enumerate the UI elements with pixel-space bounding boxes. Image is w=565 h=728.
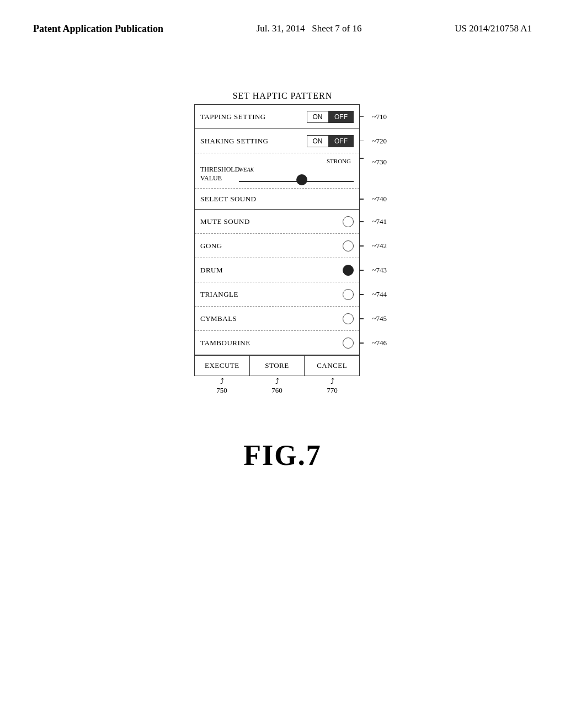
ref-760-container: ⤴ 760 — [249, 377, 305, 395]
publication-label: Patent Application Publication — [33, 22, 163, 36]
drum-ref-tick — [359, 270, 364, 271]
tambourine-ref-tick — [359, 342, 364, 344]
cymbals-ref-tick — [359, 318, 364, 319]
triangle-ref-tick — [359, 294, 364, 295]
tambourine-label: TAMBOURINE — [200, 339, 343, 347]
gong-row: GONG ~742 — [195, 234, 359, 258]
tapping-ref: ~710 — [372, 113, 387, 121]
mute-sound-ref-tick — [359, 221, 364, 222]
gong-label: GONG — [200, 242, 343, 250]
shaking-on-button[interactable]: ON — [307, 136, 328, 147]
tapping-label: TAPPING SETTING — [200, 113, 307, 121]
cancel-button[interactable]: CANCEL — [305, 356, 359, 376]
ref-770: 770 — [327, 386, 338, 394]
mute-sound-radio[interactable] — [343, 216, 354, 227]
cymbals-radio[interactable] — [343, 313, 354, 324]
sheet-info: Jul. 31, 2014 Sheet 7 of 16 — [257, 22, 362, 35]
triangle-ref: ~744 — [372, 290, 387, 299]
drum-row: DRUM ~743 — [195, 258, 359, 282]
mute-sound-label: MUTE SOUND — [200, 217, 343, 226]
page-header: Patent Application Publication Jul. 31, … — [0, 0, 565, 47]
tapping-on-button[interactable]: ON — [307, 111, 328, 122]
dialog-title: SET HAPTIC PATTERN — [233, 91, 333, 101]
shaking-label: SHAKING SETTING — [200, 137, 307, 146]
figure-label: FIG.7 — [243, 439, 321, 472]
triangle-row: TRIANGLE ~744 — [195, 282, 359, 307]
curve-arrow-760: ⤴ — [249, 377, 305, 386]
triangle-label: TRIANGLE — [200, 290, 343, 299]
gong-ref-tick — [359, 245, 364, 247]
gong-radio[interactable] — [343, 240, 354, 251]
store-button[interactable]: STORE — [250, 356, 305, 376]
bottom-labels: ⤴ 750 ⤴ 760 ⤴ 770 — [194, 377, 360, 395]
slider-knob[interactable] — [296, 174, 307, 185]
action-buttons-row: EXECUTE STORE CANCEL — [195, 355, 359, 376]
ref-760: 760 — [271, 386, 282, 394]
threshold-bottom: THRESHOLD VALUE WEAK — [200, 165, 354, 183]
threshold-top: STRONG — [200, 158, 354, 164]
threshold-slider[interactable]: WEAK — [239, 167, 354, 182]
tambourine-radio[interactable] — [343, 338, 354, 349]
threshold-ref: ~730 — [372, 158, 387, 167]
tapping-off-button[interactable]: OFF — [329, 111, 353, 122]
patent-number: US 2014/210758 A1 — [455, 22, 532, 35]
shaking-ref: ~720 — [372, 137, 387, 146]
drum-ref: ~743 — [372, 266, 387, 275]
tapping-toggle[interactable]: ON OFF — [307, 111, 354, 123]
threshold-ref-tick — [359, 158, 364, 159]
main-content: SET HAPTIC PATTERN TAPPING SETTING ON OF… — [0, 47, 565, 472]
gong-ref: ~742 — [372, 242, 387, 250]
select-sound-label: SELECT SOUND — [200, 195, 354, 204]
tapping-setting-row: TAPPING SETTING ON OFF ~710 — [195, 105, 359, 129]
threshold-row: STRONG THRESHOLD VALUE WEAK — [195, 153, 359, 189]
select-sound-row: SELECT SOUND ~740 — [195, 189, 359, 210]
tapping-ref-tick — [359, 116, 364, 117]
select-sound-ref-tick — [359, 199, 364, 200]
ref-770-container: ⤴ 770 — [305, 377, 360, 395]
mute-sound-ref: ~741 — [372, 217, 387, 226]
cymbals-label: CYMBALS — [200, 314, 343, 323]
ref-750: 750 — [216, 386, 227, 394]
cymbals-ref: ~745 — [372, 314, 387, 323]
mute-sound-row: MUTE SOUND ~741 — [195, 210, 359, 234]
cymbals-row: CYMBALS ~745 — [195, 307, 359, 331]
curve-arrow-750: ⤴ — [194, 377, 249, 386]
tambourine-row: TAMBOURINE ~746 — [195, 331, 359, 355]
triangle-radio[interactable] — [343, 289, 354, 300]
strong-label: STRONG — [327, 158, 351, 164]
shaking-off-button[interactable]: OFF — [329, 136, 353, 147]
drum-label: DRUM — [200, 266, 343, 275]
tambourine-ref: ~746 — [372, 339, 387, 347]
dialog-container: TAPPING SETTING ON OFF ~710 SHAKING SETT… — [194, 104, 371, 395]
ref-750-container: ⤴ 750 — [194, 377, 249, 395]
curve-arrow-770: ⤴ — [305, 377, 360, 386]
threshold-label: THRESHOLD VALUE — [200, 165, 236, 183]
weak-label: WEAK — [239, 167, 254, 173]
shaking-toggle[interactable]: ON OFF — [307, 135, 354, 147]
settings-panel: TAPPING SETTING ON OFF ~710 SHAKING SETT… — [194, 104, 360, 376]
drum-radio[interactable] — [343, 265, 354, 276]
select-sound-ref: ~740 — [372, 195, 387, 204]
shaking-setting-row: SHAKING SETTING ON OFF ~720 — [195, 129, 359, 153]
execute-button[interactable]: EXECUTE — [195, 356, 250, 376]
shaking-ref-tick — [359, 141, 364, 142]
